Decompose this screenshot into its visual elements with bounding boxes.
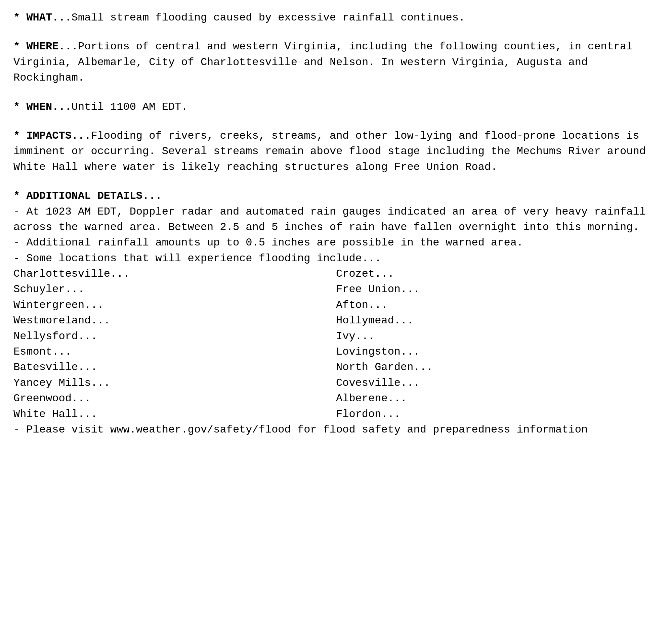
when-text: Until 1100 AM EDT. bbox=[71, 101, 188, 113]
location-left-2: Wintergreen... bbox=[14, 298, 336, 313]
location-right-1: Free Union... bbox=[336, 282, 658, 297]
location-left-7: Yancey Mills... bbox=[14, 375, 336, 391]
location-left-1: Schuyler... bbox=[14, 282, 336, 297]
additional-bullet1: - At 1023 AM EDT, Doppler radar and auto… bbox=[14, 204, 658, 235]
location-right-7: Covesville... bbox=[336, 375, 658, 391]
location-right-6: North Garden... bbox=[336, 360, 658, 375]
location-left-8: Greenwood... bbox=[14, 391, 336, 406]
impacts-label: * IMPACTS... bbox=[14, 130, 91, 142]
additional-bullet4: - Please visit www.weather.gov/safety/fl… bbox=[14, 422, 658, 438]
location-right-9: Flordon... bbox=[336, 407, 658, 422]
where-text: Portions of central and western Virginia… bbox=[14, 40, 633, 84]
where-section: * WHERE...Portions of central and wester… bbox=[14, 39, 658, 86]
page-content: * WHAT...Small stream flooding caused by… bbox=[14, 10, 658, 438]
impacts-section: * IMPACTS...Flooding of rivers, creeks, … bbox=[14, 128, 658, 175]
locations-grid: Charlottesville...Crozet...Schuyler...Fr… bbox=[14, 266, 658, 422]
location-left-4: Nellysford... bbox=[14, 329, 336, 344]
location-right-3: Hollymead... bbox=[336, 313, 658, 328]
where-label: * WHERE... bbox=[14, 40, 78, 53]
what-section: * WHAT...Small stream flooding caused by… bbox=[14, 10, 658, 25]
when-label: * WHEN... bbox=[14, 101, 71, 113]
location-left-6: Batesville... bbox=[14, 360, 336, 375]
additional-label: * ADDITIONAL DETAILS... bbox=[14, 189, 658, 204]
what-text: Small stream flooding caused by excessiv… bbox=[71, 12, 465, 24]
additional-bullet3: - Some locations that will experience fl… bbox=[14, 251, 658, 266]
location-left-3: Westmoreland... bbox=[14, 313, 336, 328]
additional-section: * ADDITIONAL DETAILS... - At 1023 AM EDT… bbox=[14, 189, 658, 438]
location-left-5: Esmont... bbox=[14, 344, 336, 360]
when-section: * WHEN...Until 1100 AM EDT. bbox=[14, 100, 658, 115]
location-left-9: White Hall... bbox=[14, 407, 336, 422]
location-right-4: Ivy... bbox=[336, 329, 658, 344]
impacts-text: Flooding of rivers, creeks, streams, and… bbox=[14, 130, 646, 173]
location-right-0: Crozet... bbox=[336, 266, 658, 282]
location-right-8: Alberene... bbox=[336, 391, 658, 406]
location-right-2: Afton... bbox=[336, 298, 658, 313]
location-left-0: Charlottesville... bbox=[14, 266, 336, 282]
additional-bullet2: - Additional rainfall amounts up to 0.5 … bbox=[14, 235, 658, 250]
location-right-5: Lovingston... bbox=[336, 344, 658, 360]
what-label: * WHAT... bbox=[14, 12, 71, 24]
